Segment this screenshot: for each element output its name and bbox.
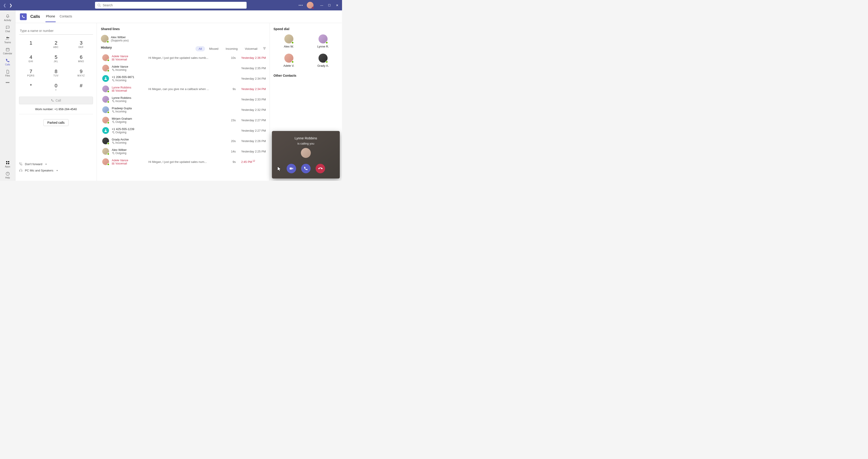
avatar [102,106,109,113]
nav-forward[interactable]: ❯ [9,3,12,7]
incoming-call-toast: Lynne Robbins is calling you [272,131,340,179]
history-row[interactable]: +1 425-555-1239 Outgoing Yesterday 2:27 … [101,125,268,136]
speed-dial-item[interactable]: Alex W. [274,34,304,48]
window-minimize[interactable]: — [318,2,325,8]
svg-point-14 [113,59,114,60]
history-name: Adele Vance [112,55,144,58]
rail-files[interactable]: Files [0,68,15,79]
forward-setting[interactable]: Don't forward ▾ [19,161,93,167]
svg-point-22 [113,163,114,164]
history-time: Yesterday 2:27 PM [241,119,266,122]
history-row[interactable]: Adele Vance Voicemail Hi Megan, I just g… [101,157,268,167]
tab-contacts[interactable]: Contacts [59,11,73,22]
filter-missed[interactable]: Missed [206,46,221,51]
user-avatar[interactable] [307,2,314,9]
history-row[interactable]: Pradeep Gupta Incoming Yesterday 2:32 PM [101,104,268,115]
bell-icon [5,14,10,19]
svg-point-13 [112,59,113,60]
toast-avatar [301,148,311,158]
rail-chat[interactable]: Chat [0,23,15,34]
filter-icon[interactable] [263,47,266,51]
left-rail: Activity Chat Teams Calendar Calls Files… [0,10,16,181]
history-time: Yesterday 2:26 PM [241,140,266,143]
history-type: Outgoing [112,131,144,134]
phone-icon [5,58,10,63]
history-type: Incoming [112,68,144,71]
help-icon: ? [5,172,10,176]
device-setting[interactable]: PC Mic and Speakers ▾ [19,167,93,174]
dialpad-key-6[interactable]: 6MNO [69,52,93,65]
history-duration: 10s [227,56,236,60]
accept-audio-button[interactable] [301,164,311,173]
rail-activity[interactable]: Activity [0,12,15,23]
speed-dial-item[interactable]: Grady A. [308,54,339,67]
speed-dial-item[interactable]: Adele V. [274,54,304,67]
history-time: Yesterday 2:36 PM [241,56,266,60]
search-box[interactable] [95,2,247,9]
dialpad-key-0[interactable]: 0+ [44,81,68,93]
files-icon [5,69,10,74]
history-row[interactable]: Lynne Robbins Voicemail Hi Megan, can yo… [101,84,268,94]
window-maximize[interactable]: ☐ [326,2,333,8]
chevron-down-icon: ▾ [57,169,58,172]
rail-teams[interactable]: Teams [0,34,15,45]
history-name: Lynne Robbins [112,86,144,89]
rail-calendar[interactable]: Calendar [0,45,15,57]
avatar [284,54,293,63]
search-input[interactable] [103,3,244,7]
svg-point-19 [105,129,106,130]
dialpad-key-8[interactable]: 8TUV [44,66,68,79]
history-row[interactable]: +1 206-555-9871 Incoming Yesterday 2:34 … [101,73,268,84]
history-row[interactable]: Grady Archie Incoming 20s Yesterday 2:26… [101,136,268,146]
decline-button[interactable] [316,164,325,173]
history-row[interactable]: Adele Vance Incoming Yesterday 2:35 PM [101,63,268,73]
rail-apps[interactable]: Apps [0,159,15,170]
avatar [318,54,328,63]
more-menu[interactable]: ••• [299,4,303,7]
speed-dial-label: Grady A. [317,64,329,67]
dialpad-key-5[interactable]: 5JKL [44,52,68,65]
toast-caller-name: Lynne Robbins [294,136,317,140]
dialpad-key-2[interactable]: 2ABC [44,38,68,51]
history-type: Incoming [112,99,144,103]
nav-back[interactable]: ❮ [3,3,6,7]
dialpad: 12ABC3DEF4GHI5JKL6MNO7PQRS8TUV9WXYZ*0+# [19,38,93,93]
svg-line-1 [100,6,101,7]
parked-calls-button[interactable]: Parked calls [43,119,68,126]
history-row[interactable]: Miriam Graham Outgoing 23s Yesterday 2:2… [101,115,268,125]
dialpad-key-*[interactable]: * [19,81,43,93]
svg-rect-23 [290,167,292,170]
call-button[interactable]: Call [19,97,93,104]
rail-calls[interactable]: Calls [0,57,15,68]
filter-all[interactable]: All [195,46,205,51]
dialpad-key-#[interactable]: # [69,81,93,93]
status-dot [312,7,314,9]
svg-point-2 [6,37,8,38]
history-name: Adele Vance [112,65,144,68]
filter-incoming[interactable]: Incoming [223,46,241,51]
window-close[interactable]: ✕ [334,2,340,8]
history-type: Incoming [112,79,144,82]
dialpad-key-1[interactable]: 1 [19,38,43,51]
history-time: Yesterday 2:34 PM [241,77,266,80]
rail-more[interactable]: ••• [0,79,15,86]
history-row[interactable]: Adele Vance Voicemail Hi Megan, I just g… [101,53,268,63]
shared-lines-title: Shared lines [101,27,270,31]
history-name: Alex Wilber [112,148,144,152]
dialpad-key-7[interactable]: 7PQRS [19,66,43,79]
dialpad-key-3[interactable]: 3DEF [69,38,93,51]
rail-help[interactable]: ? Help [0,170,15,181]
history-pane: Shared lines Alex Wilber (Supports you) … [97,23,270,181]
speed-dial-item[interactable]: Lynne R. [308,34,339,48]
dialpad-key-4[interactable]: 4GHI [19,52,43,65]
dialpad-key-9[interactable]: 9WXYZ [69,66,93,79]
tab-phone[interactable]: Phone [45,11,55,22]
accept-video-button[interactable] [287,164,296,173]
history-row[interactable]: Lynne Robbins Incoming Yesterday 2:33 PM [101,94,268,104]
avatar [102,54,109,61]
history-row[interactable]: Alex Wilber Outgoing 14s Yesterday 2:25 … [101,146,268,157]
svg-point-21 [112,163,113,164]
filter-voicemail[interactable]: Voicemail [242,46,260,51]
dial-input[interactable] [19,27,93,35]
shared-line-item[interactable]: Alex Wilber (Supports you) [101,33,270,46]
